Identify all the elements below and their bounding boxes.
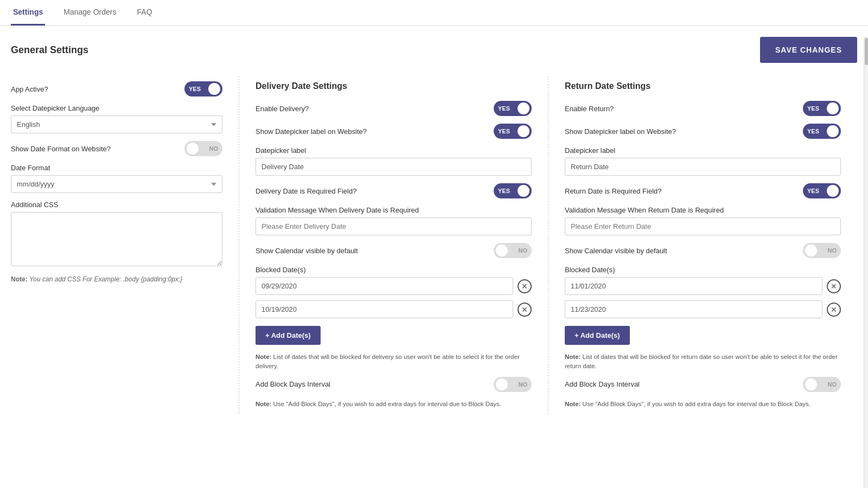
top-nav: Settings Manage Orders FAQ: [0, 0, 868, 26]
return-validation-label: Validation Message When Return Date is R…: [565, 206, 841, 214]
delivery-blocked-date-input-1[interactable]: [256, 300, 513, 318]
delivery-show-calendar-row: Show Calendar visible by default NO: [256, 243, 532, 258]
enable-delivery-label: Enable Delivery?: [256, 105, 494, 113]
tab-settings[interactable]: Settings: [11, 0, 45, 25]
delivery-blocked-note: Note: List of dates that will be blocked…: [256, 352, 532, 371]
return-required-toggle[interactable]: YES: [803, 183, 841, 198]
enable-return-knob: [827, 102, 839, 114]
enable-return-toggle[interactable]: YES: [803, 101, 841, 116]
return-required-knob: [827, 185, 839, 197]
date-format-select[interactable]: mm/dd/yyyy: [11, 175, 222, 193]
return-blocked-dates-label: Blocked Date(s): [565, 266, 841, 274]
app-active-label: App Active?: [11, 85, 184, 93]
additional-css-label: Additional CSS: [11, 201, 222, 209]
delivery-section-title: Delivery Date Settings: [256, 81, 532, 91]
delivery-datepicker-label-group: Datepicker label: [256, 146, 532, 176]
return-required-row: Return Date is Required Field? YES: [565, 183, 841, 198]
delivery-datepicker-label-heading: Datepicker label: [256, 146, 532, 155]
delivery-show-label-toggle-text: YES: [498, 128, 510, 134]
enable-delivery-toggle[interactable]: YES: [494, 101, 532, 116]
delivery-blocked-note-text: List of dates that will be blocked for d…: [256, 354, 520, 369]
delivery-block-days-note: Note: Use "Add Block Days", if you wish …: [256, 400, 532, 409]
delivery-required-toggle-text: YES: [498, 188, 510, 194]
return-required-toggle-text: YES: [807, 188, 819, 194]
app-active-toggle-text: YES: [189, 86, 201, 92]
delivery-required-toggle[interactable]: YES: [494, 183, 532, 198]
return-show-label-knob: [827, 125, 839, 137]
return-block-days-note-text: Use "Add Block Days", if you wish to add…: [583, 401, 810, 407]
app-active-row: App Active? YES: [11, 81, 222, 97]
language-select[interactable]: English: [11, 115, 222, 133]
delivery-required-label: Delivery Date is Required Field?: [256, 187, 494, 195]
return-show-label-label: Show Datepicker label on Website?: [565, 127, 803, 136]
return-validation-input[interactable]: [565, 217, 841, 235]
return-block-days-toggle[interactable]: NO: [803, 377, 841, 392]
general-note-text: You can add CSS For Example: .body {padd…: [29, 275, 182, 283]
scrollbar-thumb[interactable]: [865, 38, 868, 65]
return-remove-date-button-0[interactable]: ✕: [827, 279, 841, 293]
enable-return-label: Enable Return?: [565, 105, 803, 113]
return-block-days-knob: [805, 378, 817, 390]
return-blocked-note-label: Note:: [565, 354, 580, 360]
delivery-show-calendar-toggle[interactable]: NO: [494, 243, 532, 258]
delivery-remove-date-button-1[interactable]: ✕: [518, 303, 532, 317]
additional-css-group: Additional CSS: [11, 201, 222, 268]
delivery-block-days-toggle[interactable]: NO: [494, 377, 532, 392]
delivery-show-label-label: Show Datepicker label on Website?: [256, 127, 494, 136]
page-container: General Settings SAVE CHANGES App Active…: [0, 26, 868, 488]
enable-delivery-toggle-text: YES: [498, 105, 510, 112]
delivery-add-date-button[interactable]: + Add Date(s): [256, 326, 321, 345]
return-blocked-date-row-1: ✕: [565, 300, 841, 318]
return-validation-group: Validation Message When Return Date is R…: [565, 206, 841, 235]
return-blocked-date-input-1[interactable]: [565, 300, 822, 318]
return-required-label: Return Date is Required Field?: [565, 187, 803, 195]
show-date-format-knob: [187, 143, 199, 155]
show-date-format-row: Show Date Format on Website? NO: [11, 141, 222, 156]
date-format-group: Date Format mm/dd/yyyy: [11, 164, 222, 193]
delivery-datepicker-label-input[interactable]: [256, 158, 532, 176]
return-add-date-button[interactable]: + Add Date(s): [565, 326, 630, 345]
return-blocked-date-input-0[interactable]: [565, 277, 822, 295]
return-show-label-row: Show Datepicker label on Website? YES: [565, 124, 841, 139]
return-block-days-toggle-text: NO: [828, 381, 837, 388]
enable-return-row: Enable Return? YES: [565, 101, 841, 116]
scrollbar-track[interactable]: [864, 37, 868, 488]
return-show-label-toggle[interactable]: YES: [803, 124, 841, 139]
date-format-label: Date Format: [11, 164, 222, 172]
delivery-remove-date-button-0[interactable]: ✕: [518, 279, 532, 293]
delivery-blocked-dates-list: ✕ ✕: [256, 277, 532, 318]
language-label: Select Datepicker Language: [11, 104, 222, 112]
return-block-days-note-label: Note:: [565, 401, 580, 407]
settings-grid: App Active? YES Select Datepicker Langua…: [11, 76, 857, 414]
return-show-calendar-label: Show Calendar visible by default: [565, 247, 803, 255]
delivery-blocked-date-row-0: ✕: [256, 277, 532, 295]
return-datepicker-label-heading: Datepicker label: [565, 146, 841, 155]
enable-return-toggle-text: YES: [807, 105, 819, 112]
app-active-toggle[interactable]: YES: [184, 81, 222, 97]
additional-css-textarea[interactable]: [11, 212, 222, 266]
return-section-title: Return Date Settings: [565, 81, 841, 91]
delivery-show-label-toggle[interactable]: YES: [494, 124, 532, 139]
tab-manage-orders[interactable]: Manage Orders: [61, 0, 118, 25]
return-blocked-date-row-0: ✕: [565, 277, 841, 295]
return-show-calendar-toggle[interactable]: NO: [803, 243, 841, 258]
show-date-format-toggle-text: NO: [209, 145, 219, 152]
show-date-format-toggle[interactable]: NO: [184, 141, 222, 156]
return-show-label-toggle-text: YES: [807, 128, 819, 134]
save-changes-button[interactable]: SAVE CHANGES: [760, 37, 857, 63]
delivery-blocked-date-row-1: ✕: [256, 300, 532, 318]
show-date-format-label: Show Date Format on Website?: [11, 145, 184, 153]
header-row: General Settings SAVE CHANGES: [11, 37, 857, 63]
tab-faq[interactable]: FAQ: [135, 0, 155, 25]
delivery-block-days-note-label: Note:: [256, 401, 271, 407]
delivery-show-label-knob: [518, 125, 529, 137]
page-title: General Settings: [11, 44, 88, 56]
delivery-validation-input[interactable]: [256, 217, 532, 235]
return-blocked-note-text: List of dates that will be blocked for r…: [565, 354, 838, 369]
general-note-label: Note:: [11, 275, 28, 283]
return-blocked-dates-list: ✕ ✕: [565, 277, 841, 318]
delivery-block-days-note-text: Use "Add Block Days", if you wish to add…: [273, 401, 501, 407]
return-remove-date-button-1[interactable]: ✕: [827, 303, 841, 317]
delivery-blocked-date-input-0[interactable]: [256, 277, 513, 295]
return-datepicker-label-input[interactable]: [565, 158, 841, 176]
